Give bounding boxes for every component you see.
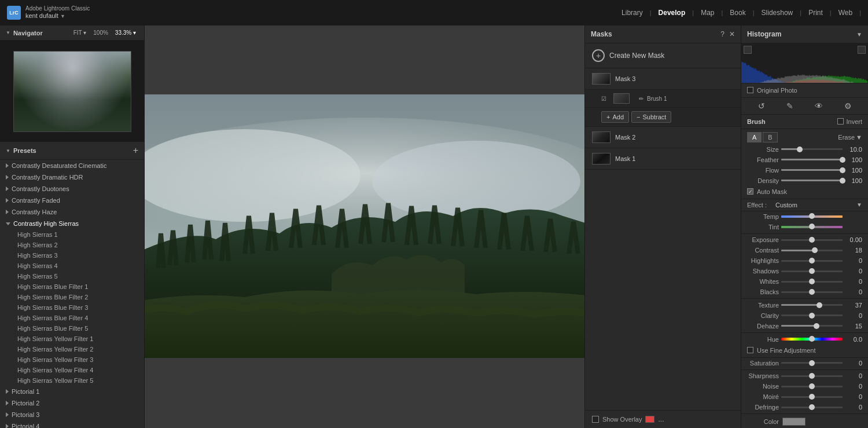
highlights-track[interactable]	[781, 260, 843, 262]
overlay-color-dot[interactable]	[645, 416, 654, 423]
mask-item-2[interactable]: Mask 2	[585, 127, 741, 148]
tool-rotate-icon[interactable]: ↺	[758, 101, 765, 111]
moire-track[interactable]	[781, 396, 843, 398]
preset-group-header-0[interactable]: Contrastly Desaturated Cinematic	[0, 160, 144, 171]
preset-group-header-7[interactable]: Pictorial 2	[0, 397, 144, 409]
effect-value[interactable]: Custom	[775, 202, 854, 208]
tool-settings-icon[interactable]: ⚙	[844, 101, 852, 111]
hue-thumb[interactable]	[809, 336, 815, 342]
show-overlay-checkbox[interactable]	[592, 416, 599, 423]
tint-track[interactable]	[781, 226, 843, 228]
presets-add-btn[interactable]: +	[133, 145, 138, 156]
exposure-track[interactable]	[781, 239, 843, 241]
sharpness-thumb[interactable]	[809, 373, 815, 379]
sharpness-track[interactable]	[781, 375, 843, 377]
nav-print[interactable]: Print	[801, 9, 830, 17]
flow-track[interactable]	[781, 169, 843, 171]
feather-track[interactable]	[781, 159, 843, 160]
preset-item-8[interactable]: High Sierras Blue Filter 4	[12, 313, 144, 323]
zoom-33-btn[interactable]: 33.3% ▾	[113, 29, 138, 36]
preset-item-1[interactable]: High Sierras 2	[12, 240, 144, 250]
add-mask-btn[interactable]: + Add	[601, 111, 629, 123]
nav-develop[interactable]: Develop	[652, 9, 693, 17]
hist-clip-right[interactable]	[858, 46, 866, 54]
whites-track[interactable]	[781, 281, 843, 283]
mask-item-1[interactable]: Mask 1	[585, 148, 741, 170]
size-thumb[interactable]	[797, 147, 803, 152]
contrast-track[interactable]	[781, 250, 843, 251]
defringe-thumb[interactable]	[809, 404, 815, 410]
density-thumb[interactable]	[840, 178, 845, 184]
nav-library[interactable]: Library	[615, 9, 650, 17]
tab-b[interactable]: B	[763, 132, 777, 142]
density-track[interactable]	[781, 180, 843, 181]
flow-thumb[interactable]	[840, 167, 845, 173]
tool-edit-icon[interactable]: ✎	[786, 101, 793, 111]
masks-close-btn[interactable]: ✕	[729, 30, 735, 38]
preset-group-header-2[interactable]: Contrastly Duotones	[0, 183, 144, 195]
hue-track[interactable]	[781, 338, 843, 341]
brush-mask-item[interactable]: ☑ ✏ Brush 1	[585, 90, 741, 108]
fit-btn[interactable]: FIT ▾	[71, 29, 89, 36]
preset-item-13[interactable]: High Sierras Yellow Filter 4	[12, 365, 144, 375]
preset-group-header-8[interactable]: Pictorial 3	[0, 409, 144, 420]
preset-item-14[interactable]: High Sierras Yellow Filter 5	[12, 375, 144, 386]
hist-clip-left[interactable]	[744, 46, 752, 54]
preset-group-header-6[interactable]: Pictorial 1	[0, 386, 144, 397]
presets-header[interactable]: ▼ Presets +	[0, 142, 144, 160]
texture-track[interactable]	[781, 304, 843, 306]
preset-item-7[interactable]: High Sierras Blue Filter 3	[12, 302, 144, 313]
preset-item-9[interactable]: High Sierras Blue Filter 5	[12, 323, 144, 334]
contrast-thumb[interactable]	[812, 247, 818, 253]
auto-mask-checkbox[interactable]: ✓	[747, 188, 753, 195]
preset-item-2[interactable]: High Sierras 3	[12, 250, 144, 261]
saturation-track[interactable]	[781, 362, 843, 364]
invert-checkbox[interactable]	[837, 118, 844, 125]
preset-item-5[interactable]: High Sierras Blue Filter 1	[12, 281, 144, 292]
preset-item-10[interactable]: High Sierras Yellow Filter 1	[12, 334, 144, 344]
preset-item-12[interactable]: High Sierras Yellow Filter 3	[12, 354, 144, 365]
preset-group-header-1[interactable]: Contrastly Dramatic HDR	[0, 171, 144, 183]
histogram-expand[interactable]: ▼	[856, 31, 862, 38]
preset-group-header-5[interactable]: Contrastly High Sierras	[0, 218, 144, 229]
temp-thumb[interactable]	[809, 213, 815, 219]
zoom-100-btn[interactable]: 100%	[91, 29, 111, 36]
shadows-track[interactable]	[781, 270, 843, 272]
dehaze-track[interactable]	[781, 325, 843, 327]
color-swatch[interactable]	[782, 418, 806, 426]
temp-track[interactable]	[781, 215, 843, 218]
masks-info-btn[interactable]: ?	[720, 30, 724, 38]
moire-thumb[interactable]	[809, 394, 815, 400]
nav-map[interactable]: Map	[694, 9, 721, 17]
tint-thumb[interactable]	[809, 224, 815, 229]
tool-eye-icon[interactable]: 👁	[815, 101, 823, 111]
noise-thumb[interactable]	[809, 383, 815, 389]
exposure-thumb[interactable]	[809, 237, 815, 243]
preset-item-11[interactable]: High Sierras Yellow Filter 2	[12, 344, 144, 354]
nav-slideshow[interactable]: Slideshow	[755, 9, 800, 17]
nav-book[interactable]: Book	[723, 9, 752, 17]
whites-thumb[interactable]	[809, 279, 815, 284]
feather-thumb[interactable]	[840, 157, 845, 163]
blacks-thumb[interactable]	[809, 289, 815, 295]
preset-group-header-9[interactable]: Pictorial 4	[0, 420, 144, 428]
shadows-thumb[interactable]	[809, 268, 815, 274]
preset-group-header-3[interactable]: Contrastly Faded	[0, 195, 144, 206]
clarity-track[interactable]	[781, 314, 843, 316]
preset-item-0[interactable]: High Sierras 1	[12, 229, 144, 240]
navigator-header[interactable]: ▼ Navigator FIT ▾ 100% 33.3% ▾	[0, 25, 144, 41]
subtract-mask-btn[interactable]: − Subtract	[631, 111, 671, 123]
user-name[interactable]: kent dufault ▼	[25, 12, 90, 20]
preset-item-4[interactable]: High Sierras 5	[12, 271, 144, 281]
blacks-track[interactable]	[781, 291, 843, 293]
dehaze-thumb[interactable]	[814, 323, 819, 329]
preset-item-6[interactable]: High Sierras Blue Filter 2	[12, 292, 144, 302]
clarity-thumb[interactable]	[809, 313, 815, 319]
create-new-mask-btn[interactable]: + Create New Mask	[585, 43, 741, 68]
preset-item-3[interactable]: High Sierras 4	[12, 261, 144, 271]
noise-track[interactable]	[781, 386, 843, 387]
defringe-track[interactable]	[781, 407, 843, 408]
texture-thumb[interactable]	[816, 302, 822, 308]
tab-a[interactable]: A	[747, 132, 762, 142]
preset-group-header-4[interactable]: Contrastly Haze	[0, 206, 144, 218]
